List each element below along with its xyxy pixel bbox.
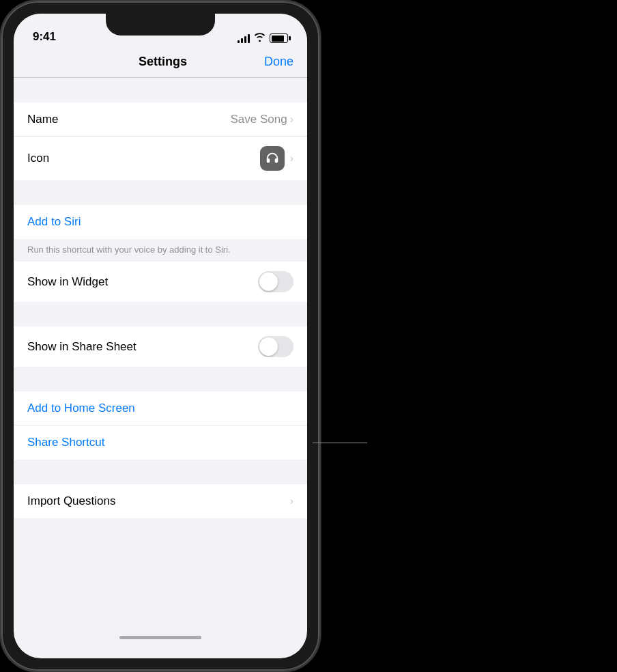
- volume-down-button: [0, 193, 1, 237]
- import-chevron-icon: ›: [290, 495, 293, 507]
- section-gap-import: [14, 460, 307, 484]
- import-questions-label: Import Questions: [27, 494, 290, 508]
- phone-shell: 9:41: [0, 0, 321, 672]
- section-gap-share: [14, 302, 307, 326]
- icon-badge: [260, 146, 285, 171]
- bottom-spacer: [14, 543, 307, 563]
- import-section: Import Questions ›: [14, 484, 307, 518]
- screen: 9:41: [14, 14, 307, 658]
- toggle-knob-2: [259, 337, 278, 356]
- phone-wrapper: 9:41: [0, 0, 321, 672]
- widget-section: Show in Widget: [14, 262, 307, 302]
- signal-icon: [238, 33, 250, 43]
- import-questions-row[interactable]: Import Questions ›: [14, 484, 307, 518]
- volume-up-button: [0, 138, 1, 182]
- nav-title: Settings: [139, 55, 187, 69]
- show-in-widget-label: Show in Widget: [27, 275, 258, 289]
- section-gap-home: [14, 367, 307, 391]
- add-to-home-screen-row[interactable]: Add to Home Screen: [14, 391, 307, 425]
- icon-label: Icon: [27, 152, 260, 165]
- status-icons: [238, 33, 288, 44]
- headphones-icon: [265, 151, 280, 166]
- show-in-share-sheet-row[interactable]: Show in Share Sheet: [14, 326, 307, 367]
- name-chevron-icon: ›: [290, 113, 293, 126]
- siri-description: Run this shortcut with your voice by add…: [14, 239, 307, 262]
- share-shortcut-label: Share Shortcut: [27, 436, 104, 449]
- name-label: Name: [27, 113, 230, 126]
- add-to-siri-label: Add to Siri: [27, 215, 81, 229]
- share-sheet-section: Show in Share Sheet: [14, 326, 307, 367]
- wifi-icon: [254, 33, 266, 44]
- section-gap-siri: [14, 180, 307, 205]
- show-in-widget-row[interactable]: Show in Widget: [14, 262, 307, 302]
- siri-section: Add to Siri: [14, 205, 307, 239]
- name-row[interactable]: Name Save Song ›: [14, 102, 307, 137]
- power-button: [319, 152, 321, 213]
- icon-row[interactable]: Icon ›: [14, 137, 307, 180]
- done-button[interactable]: Done: [264, 55, 293, 69]
- toggle-knob: [259, 272, 278, 291]
- home-indicator: [119, 636, 201, 639]
- status-time: 9:41: [33, 30, 56, 44]
- name-value: Save Song: [230, 113, 287, 126]
- mute-button: [0, 100, 1, 124]
- notch: [106, 14, 215, 36]
- share-shortcut-row[interactable]: Share Shortcut: [14, 425, 307, 460]
- connector-line: [313, 443, 367, 443]
- battery-icon: [270, 33, 288, 43]
- add-to-home-screen-label: Add to Home Screen: [27, 402, 135, 415]
- show-in-widget-toggle[interactable]: [258, 271, 293, 292]
- section-gap-bottom: [14, 518, 307, 543]
- home-share-section: Add to Home Screen Share Shortcut: [14, 391, 307, 460]
- add-to-siri-row[interactable]: Add to Siri: [14, 205, 307, 239]
- icon-chevron-icon: ›: [290, 152, 293, 165]
- content: Name Save Song › Icon ›: [14, 78, 307, 647]
- name-icon-section: Name Save Song › Icon ›: [14, 102, 307, 180]
- nav-bar: Settings Done: [14, 48, 307, 78]
- show-in-share-sheet-toggle[interactable]: [258, 336, 293, 357]
- show-in-share-sheet-label: Show in Share Sheet: [27, 340, 258, 354]
- section-gap-top: [14, 78, 307, 102]
